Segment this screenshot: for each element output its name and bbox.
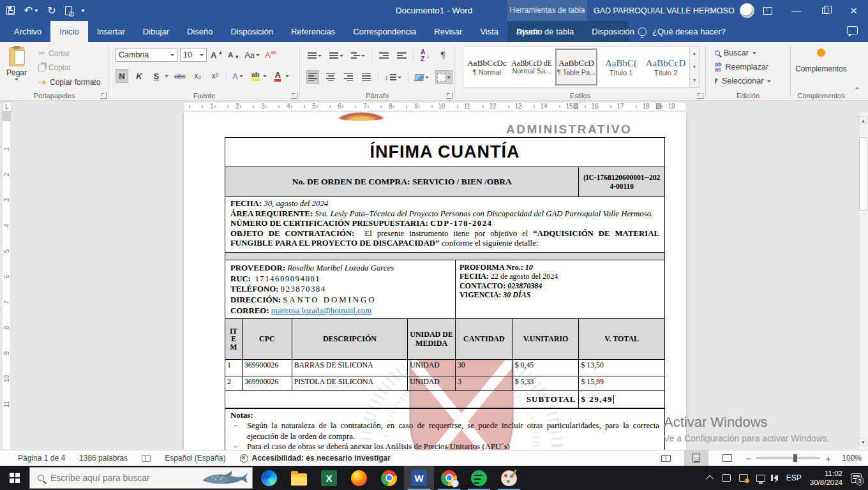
proofing-icon[interactable] [142, 455, 151, 462]
change-case-button[interactable]: Aa [243, 48, 261, 62]
zoom-slider-thumb[interactable] [793, 454, 797, 462]
cut-button[interactable]: ✂Cortar [38, 48, 70, 58]
bullets-button[interactable] [306, 48, 323, 63]
show-paragraph-marks-button[interactable]: ¶ [437, 48, 449, 63]
subscript-button[interactable]: x₂ [191, 69, 204, 83]
taskbar-word-active[interactable]: W [404, 466, 434, 490]
zoom-out-button[interactable]: − [745, 453, 751, 464]
taskbar-chrome-profile[interactable] [434, 466, 464, 490]
start-button[interactable] [0, 466, 29, 490]
taskbar-paint[interactable] [494, 466, 524, 490]
tab-selector[interactable]: L [2, 101, 12, 112]
align-left-button[interactable] [306, 70, 319, 84]
multilevel-list-button[interactable] [350, 48, 366, 63]
network-icon[interactable] [756, 475, 765, 482]
restore-button[interactable] [811, 0, 839, 21]
tray-expand-button[interactable] [708, 475, 714, 481]
web-layout-button[interactable] [715, 450, 739, 466]
whale-shark-image[interactable] [198, 470, 248, 489]
superscript-button[interactable]: x² [209, 69, 221, 83]
order-table[interactable]: ÍNFIMA CUANTÍA No. DE ORDEN DE COMPRA: S… [225, 137, 665, 408]
right-indent-marker[interactable] [656, 103, 661, 109]
underline-dropdown-icon[interactable] [165, 75, 168, 77]
style-table-paragraph[interactable]: AaBbCcD¶ Table Pa... [555, 48, 597, 85]
font-color-button[interactable]: A [271, 69, 284, 83]
style-titulo-1[interactable]: AaBbC(Título 1 [600, 48, 642, 85]
read-mode-button[interactable] [654, 450, 678, 466]
tab-correspondencia[interactable]: Correspondencia [344, 21, 425, 42]
borders-button[interactable] [435, 70, 453, 84]
italic-button[interactable]: K [133, 69, 146, 83]
tab-revisar[interactable]: Revisar [425, 21, 471, 42]
keyboard-language[interactable]: ESP [786, 473, 802, 482]
format-painter-button[interactable]: Copiar formato [38, 78, 100, 87]
print-layout-button[interactable] [684, 450, 708, 466]
align-right-button[interactable] [342, 70, 355, 84]
tray-app-icon[interactable] [722, 474, 731, 482]
paragraph-dialog-launcher[interactable] [446, 93, 453, 99]
taskbar-edge[interactable] [254, 466, 284, 490]
tab-referencias[interactable]: Referencias [282, 21, 344, 42]
grow-font-button[interactable]: A▲ [209, 48, 224, 62]
clipboard-dialog-launcher[interactable] [100, 93, 107, 99]
highlight-button[interactable]: ab [249, 69, 262, 83]
tab-diseno-de-tabla[interactable]: Diseño de tabla [507, 21, 583, 42]
style-normal[interactable]: AaBbCcDc¶ Normal [466, 48, 508, 85]
paste-button[interactable]: Pegar [6, 47, 27, 80]
taskbar-clock[interactable]: 11:02 30/8/2024 [810, 469, 842, 487]
align-center-button[interactable] [324, 70, 337, 84]
search-input[interactable] [50, 473, 184, 483]
ribbon-display-options-button[interactable] [753, 0, 782, 21]
word-count[interactable]: 1386 palabras [79, 454, 128, 463]
numbering-button[interactable] [328, 48, 345, 63]
tab-disposicion[interactable]: Disposición [221, 21, 281, 42]
collapse-ribbon-button[interactable]: ⌃ [854, 86, 860, 95]
taskbar-spotify[interactable] [464, 466, 494, 490]
clear-formatting-button[interactable]: A [264, 48, 278, 62]
styles-scroll-down-button[interactable]: ▼ [690, 60, 699, 73]
styles-scroll-up-button[interactable]: ▲ [690, 47, 699, 60]
font-family-combo[interactable]: Cambria [116, 48, 177, 62]
zoom-percentage[interactable]: 100% [837, 454, 862, 463]
shrink-font-button[interactable]: A▼ [227, 48, 241, 62]
taskbar-chrome[interactable] [374, 466, 404, 490]
styles-dialog-launcher[interactable] [697, 93, 703, 99]
tell-me-box[interactable]: ¿Qué desea hacer? [638, 21, 726, 42]
vertical-ruler[interactable]: 1234567891011 [2, 112, 11, 450]
replace-button[interactable]: abacReemplazar [715, 60, 771, 74]
copy-button[interactable]: Copiar [38, 63, 71, 72]
justify-button[interactable] [360, 70, 373, 84]
accessibility-status[interactable]: Accesibilidad: es necesario investigar [240, 454, 391, 463]
tab-archivo[interactable]: Archivo [5, 21, 50, 42]
font-size-combo[interactable]: 10 [180, 48, 207, 62]
style-titulo-2[interactable]: AaBbCcDTítulo 2 [645, 48, 687, 85]
select-button[interactable]: Seleccionar [715, 74, 771, 88]
find-button[interactable]: Buscar [715, 46, 771, 60]
style-normal-sa[interactable]: AaBbCcD dENormal Sa... [511, 48, 553, 85]
strikethrough-button[interactable]: abc [173, 69, 187, 83]
line-spacing-button[interactable]: ↕ [384, 70, 403, 84]
text-effects-button[interactable]: A [231, 69, 244, 83]
tab-vista[interactable]: Vista [471, 21, 507, 42]
volume-icon[interactable] [774, 475, 778, 481]
account-area[interactable]: GAD PARROQUIAL VALLE HERMOSO [594, 0, 754, 21]
styles-gallery-expand-button[interactable]: ▼ [690, 74, 699, 87]
zoom-slider[interactable] [756, 457, 820, 459]
taskbar-excel[interactable]: X [314, 466, 344, 490]
scroll-down-button[interactable]: ▼ [859, 438, 867, 446]
bold-button[interactable]: N [116, 69, 128, 83]
sort-button[interactable]: AZ↓ [419, 48, 431, 63]
decrease-indent-button[interactable] [377, 48, 390, 63]
correo-link[interactable]: marirosa lozada@hotmail.com [271, 306, 371, 315]
page-indicator[interactable]: Página 1 de 4 [18, 454, 65, 463]
tab-diseno[interactable]: Diseño [178, 21, 221, 42]
tab-dibujar[interactable]: Dibujar [134, 21, 178, 42]
horizontal-ruler[interactable]: 12345678910111213141516171819 [184, 102, 686, 111]
close-button[interactable]: × [839, 0, 868, 21]
tab-disposicion-tabla[interactable]: Disposición [583, 21, 643, 42]
shading-button[interactable] [414, 70, 430, 84]
notification-center-button[interactable]: 3 [851, 473, 862, 483]
language-indicator[interactable]: Español (España) [165, 454, 225, 463]
indent-marker[interactable] [573, 103, 578, 109]
minimize-button[interactable]: — [782, 0, 811, 21]
